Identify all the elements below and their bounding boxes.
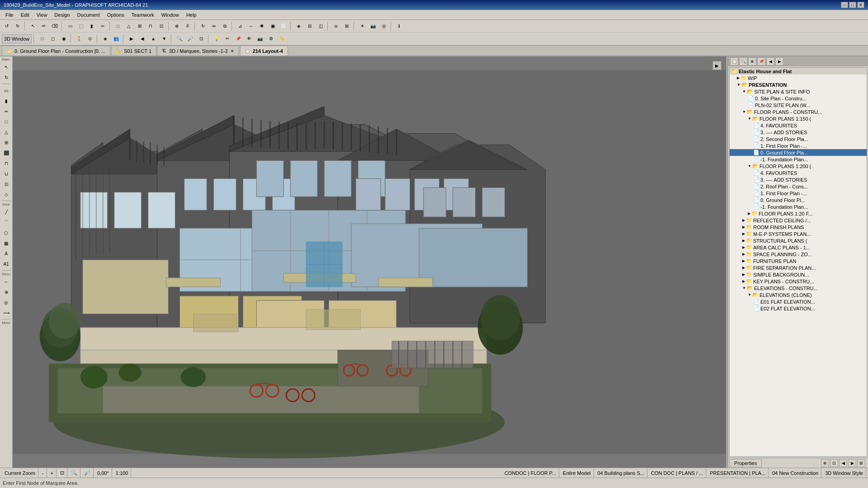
tb-shade[interactable]: ◉ [59,34,69,44]
tb-redo[interactable]: ↻ [13,21,23,31]
tree-favs-1[interactable]: 📄 4. FAVOURITES [730,122,867,129]
tb-markup[interactable]: ◈ [100,34,110,44]
tool-window[interactable]: ⊡ [1,179,11,189]
tb-collab[interactable]: 👥 [111,34,121,44]
tb-render[interactable]: ◎ [379,21,389,31]
tb-window[interactable]: ⊡ [156,21,166,31]
tb-wall2[interactable]: ⬚ [76,21,86,31]
rp-bottom-btn-1[interactable]: ⊕ [821,459,829,467]
tree-foundation-1[interactable]: 📄 -1. Foundation Plan... [730,156,867,163]
status-zoom-out[interactable]: 🔎 [81,468,94,478]
tree-fire-sep[interactable]: ▶ 📁 FIRE SEPARATION PLAN... [730,264,867,271]
tool-slab[interactable]: □ [1,117,11,127]
tb-layer[interactable]: ⧈ [331,21,341,31]
tree-e01[interactable]: 📄 E01 FLAT ELEVATION... [730,298,867,305]
tb-stair[interactable]: ⊞ [135,21,145,31]
tb-snap[interactable]: ⊕ [172,21,182,31]
status-presentation[interactable]: PRESENTATION | PLA... [707,468,769,478]
tree-fp20[interactable]: ▶ 📁 FLOOR PLANS 1:20 F... [730,210,867,217]
tb-column[interactable]: ▮ [87,21,97,31]
tool-rotate-view[interactable]: ↻ [1,72,11,82]
tb-info[interactable]: ℹ [394,21,404,31]
tb-nav3[interactable]: ▲ [148,34,158,44]
tree-fp200[interactable]: ▼ 📂 FLOOR PLANS 1:200 ( [730,163,867,169]
rp-btn-1[interactable]: 📋 [730,57,738,66]
tree-foundation-2[interactable]: 📄 -1. Foundation Plan... [730,203,867,210]
menu-teamwork[interactable]: Teamwork [128,11,158,19]
tb-elevation[interactable]: ◫ [316,21,326,31]
tree-addstories-2[interactable]: 📄 3. ---- ADD STORIES [730,176,867,183]
menu-view[interactable]: View [33,11,51,19]
tree-first-floor-2[interactable]: 📄 1. First Floor Plan -... [730,190,867,197]
tb-3d-window-label[interactable]: 3D Window [2,34,32,43]
tool-arrow[interactable]: ↖ [1,62,11,72]
tb-zoom-in[interactable]: 🔍 [175,34,184,44]
tb-nav4[interactable]: ▼ [159,34,169,44]
tree-structural[interactable]: ▶ 📁 STRUCTURAL PLANS ( [730,237,867,244]
tb-cut[interactable]: ✂ [222,34,232,44]
status-window-style[interactable]: 3D Window Style [822,468,866,478]
rp-btn-2[interactable]: 🔍 [739,57,747,66]
tab-section[interactable]: 📐 S01 SECT 1 [111,46,156,56]
tb-fit[interactable]: ⊡ [196,34,206,44]
tree-elevations-clone[interactable]: ▼ 📂 ELEVATIONS (CLONE) [730,291,867,298]
tb-section[interactable]: ⊟ [305,21,315,31]
rp-btn-5[interactable]: ◀ [766,57,774,66]
rp-bottom-btn-4[interactable]: ▶ [848,459,856,467]
tb-wire[interactable]: ◻ [48,34,58,44]
status-zoom-minus[interactable]: - [39,468,47,478]
minimize-button[interactable]: ─ [841,2,848,8]
maximize-button[interactable]: □ [849,2,856,8]
tool-line[interactable]: ╱ [1,207,11,217]
tb-measure[interactable]: 📏 [277,34,287,44]
tool-mesh[interactable]: ⊞ [1,137,11,147]
tool-break[interactable]: ⟿ [1,308,11,318]
menu-file[interactable]: File [2,11,17,19]
tool-fill[interactable]: ▦ [1,238,11,248]
menu-help[interactable]: Help [183,11,200,19]
tb-orbit[interactable]: ⊙ [85,34,95,44]
tb-group[interactable]: ▣ [268,21,278,31]
tool-railing[interactable]: ⊓ [1,158,11,168]
menu-edit[interactable]: Edit [17,11,33,19]
tool-spot[interactable]: ⊕ [1,287,11,297]
tab-layout[interactable]: 📋 214 Layout-4 [240,46,288,56]
tab-3d[interactable]: 🏗 3D / Marquee, Stories -1-3 ✕ [157,46,239,56]
tool-poly[interactable]: ⬡ [1,228,11,238]
status-zoom-plus[interactable]: + [48,468,57,478]
close-button[interactable]: ✕ [857,2,864,8]
tb-floor[interactable]: □ [113,21,123,31]
menu-document[interactable]: Document [74,11,104,19]
tb-photo[interactable]: 📷 [255,34,265,44]
tool-label[interactable]: A1 [1,259,11,269]
tree-elevations-constr[interactable]: ▼ 📂 ELEVATIONS - CONSTRU... [730,285,867,291]
status-zoom-fit[interactable]: ⊡ [57,468,67,478]
tool-roof[interactable]: △ [1,127,11,137]
tool-column[interactable]: ▮ [1,96,11,106]
tool-elev-marker[interactable]: ◎ [1,297,11,307]
status-zoom-in[interactable]: 🔍 [68,468,80,478]
tree-ground-floor-plan[interactable]: 📄 0. Ground Floor Pla... [730,149,867,156]
tb-rotate[interactable]: ↻ [198,21,208,31]
tree-mep[interactable]: ▶ 📁 M-E-P SYSTEMS PLAN... [730,230,867,237]
tb-window-toggle[interactable]: □ [37,34,47,44]
project-tree[interactable]: 📁 Elastic House and Flat ▶ 📁 WIP ▼ 📂 PRE… [729,67,867,457]
tree-space-planning[interactable]: ▶ 📁 SPACE PLANNING - ZO... [730,251,867,258]
rp-btn-3[interactable]: ⊕ [748,57,756,66]
tool-text[interactable]: A [1,249,11,258]
tree-root[interactable]: 📁 Elastic House and Flat [730,68,867,75]
menu-options[interactable]: Options [104,11,128,19]
rp-bottom-btn-2[interactable]: ⊡ [830,459,838,467]
tb-door[interactable]: ⊓ [146,21,156,31]
tb-stretch[interactable]: ↔ [246,21,256,31]
tb-attrib[interactable]: ⊞ [342,21,352,31]
tb-roof[interactable]: △ [124,21,134,31]
tree-first-floor[interactable]: 📄 1. First Floor Plan -... [730,142,867,149]
tb-3d-view[interactable]: ◈ [294,21,304,31]
tree-presentation[interactable]: ▼ 📂 PRESENTATION [730,81,867,88]
menu-design[interactable]: Design [51,11,73,19]
rp-bottom-btn-5[interactable]: ⊞ [857,459,865,467]
tree-pln02[interactable]: 📄 PLN-02 SITE PLAN (W... [730,102,867,108]
tree-e02[interactable]: 📄 E02 FLAT ELEVATION... [730,305,867,312]
tree-second-floor[interactable]: 📄 2. Second Floor Pla... [730,136,867,142]
